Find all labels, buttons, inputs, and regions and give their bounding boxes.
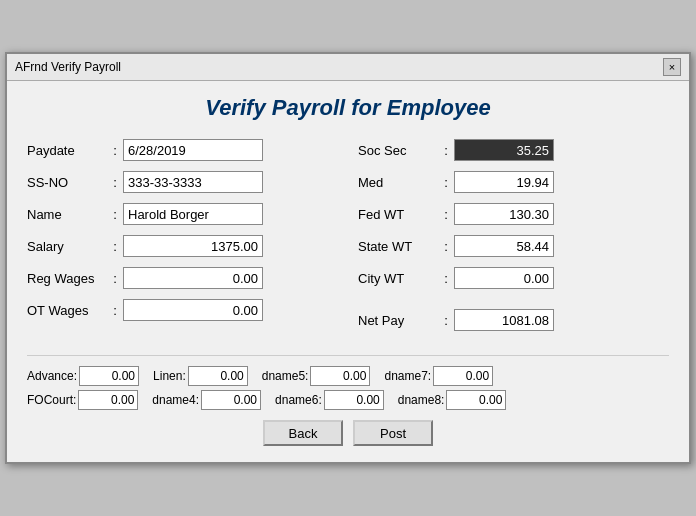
deduction-input[interactable] <box>446 390 506 410</box>
deduction-item: dname8: <box>398 390 507 410</box>
paydate-row: Paydate : <box>27 137 338 163</box>
window-title: AFrnd Verify Payroll <box>15 60 121 74</box>
buttons-row: Back Post <box>27 420 669 446</box>
net-pay-input[interactable] <box>454 309 554 331</box>
net-pay-label: Net Pay <box>358 313 438 328</box>
paydate-colon: : <box>107 143 123 158</box>
titlebar: AFrnd Verify Payroll × <box>7 54 689 81</box>
post-button[interactable]: Post <box>353 420 433 446</box>
deduction-input[interactable] <box>433 366 493 386</box>
deduction-label: dname4: <box>152 393 199 407</box>
state-wt-input[interactable] <box>454 235 554 257</box>
deductions-row-1: Advance:Linen:dname5:dname7: <box>27 366 669 386</box>
deduction-input[interactable] <box>188 366 248 386</box>
soc-sec-row: Soc Sec : <box>358 137 669 163</box>
fed-wt-label: Fed WT <box>358 207 438 222</box>
reg-wages-row: Reg Wages : <box>27 265 338 291</box>
deduction-input[interactable] <box>201 390 261 410</box>
reg-wages-label: Reg Wages <box>27 271 107 286</box>
deduction-label: dname5: <box>262 369 309 383</box>
close-button[interactable]: × <box>663 58 681 76</box>
deduction-item: dname6: <box>275 390 384 410</box>
right-form: Soc Sec : Med : Fed WT : State WT : <box>358 137 669 339</box>
soc-sec-label: Soc Sec <box>358 143 438 158</box>
med-row: Med : <box>358 169 669 195</box>
med-label: Med <box>358 175 438 190</box>
deductions-area: Advance:Linen:dname5:dname7: FOCourt:dna… <box>27 355 669 410</box>
reg-wages-colon: : <box>107 271 123 286</box>
paydate-label: Paydate <box>27 143 107 158</box>
med-input[interactable] <box>454 171 554 193</box>
ssno-row: SS-NO : <box>27 169 338 195</box>
deduction-input[interactable] <box>324 390 384 410</box>
name-row: Name : <box>27 201 338 227</box>
state-wt-label: State WT <box>358 239 438 254</box>
soc-sec-colon: : <box>438 143 454 158</box>
deduction-item: Linen: <box>153 366 248 386</box>
fed-wt-colon: : <box>438 207 454 222</box>
deductions-row-2: FOCourt:dname4:dname6:dname8: <box>27 390 669 410</box>
ssno-input[interactable] <box>123 171 263 193</box>
med-colon: : <box>438 175 454 190</box>
city-wt-row: City WT : <box>358 265 669 291</box>
state-wt-colon: : <box>438 239 454 254</box>
city-wt-input[interactable] <box>454 267 554 289</box>
deduction-item: Advance: <box>27 366 139 386</box>
deduction-input[interactable] <box>78 390 138 410</box>
main-window: AFrnd Verify Payroll × Verify Payroll fo… <box>5 52 691 464</box>
net-pay-row: Net Pay : <box>358 307 669 333</box>
fed-wt-row: Fed WT : <box>358 201 669 227</box>
deduction-item: dname4: <box>152 390 261 410</box>
form-area: Paydate : SS-NO : Name : Salary : <box>27 137 669 339</box>
name-label: Name <box>27 207 107 222</box>
deduction-item: FOCourt: <box>27 390 138 410</box>
salary-colon: : <box>107 239 123 254</box>
deduction-label: Advance: <box>27 369 77 383</box>
page-title: Verify Payroll for Employee <box>27 95 669 121</box>
back-button[interactable]: Back <box>263 420 343 446</box>
salary-label: Salary <box>27 239 107 254</box>
fed-wt-input[interactable] <box>454 203 554 225</box>
net-pay-colon: : <box>438 313 454 328</box>
paydate-input[interactable] <box>123 139 263 161</box>
city-wt-label: City WT <box>358 271 438 286</box>
state-wt-row: State WT : <box>358 233 669 259</box>
deduction-label: dname6: <box>275 393 322 407</box>
content-area: Verify Payroll for Employee Paydate : SS… <box>7 81 689 462</box>
salary-row: Salary : <box>27 233 338 259</box>
salary-input[interactable] <box>123 235 263 257</box>
ot-wages-input[interactable] <box>123 299 263 321</box>
deduction-label: dname8: <box>398 393 445 407</box>
deduction-label: Linen: <box>153 369 186 383</box>
deduction-label: FOCourt: <box>27 393 76 407</box>
deduction-label: dname7: <box>384 369 431 383</box>
ssno-label: SS-NO <box>27 175 107 190</box>
ssno-colon: : <box>107 175 123 190</box>
ot-wages-colon: : <box>107 303 123 318</box>
deduction-item: dname7: <box>384 366 493 386</box>
deduction-input[interactable] <box>310 366 370 386</box>
name-input[interactable] <box>123 203 263 225</box>
deduction-item: dname5: <box>262 366 371 386</box>
soc-sec-input[interactable] <box>454 139 554 161</box>
ot-wages-label: OT Wages <box>27 303 107 318</box>
city-wt-colon: : <box>438 271 454 286</box>
ot-wages-row: OT Wages : <box>27 297 338 323</box>
left-form: Paydate : SS-NO : Name : Salary : <box>27 137 338 339</box>
deduction-input[interactable] <box>79 366 139 386</box>
reg-wages-input[interactable] <box>123 267 263 289</box>
name-colon: : <box>107 207 123 222</box>
